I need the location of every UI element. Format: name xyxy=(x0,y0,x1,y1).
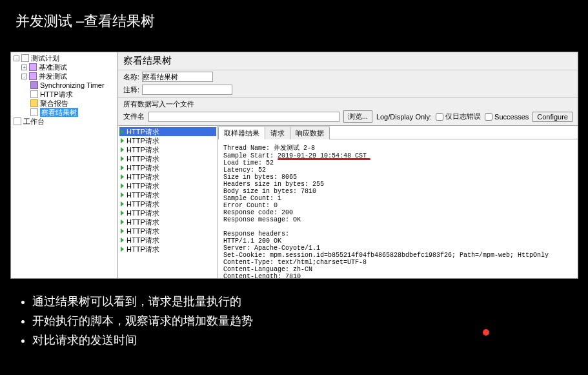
sample-detail: 取样器结果请求响应数据 Thread Name: 并发测试 2-8 Sample… xyxy=(218,126,578,278)
tree-label: 聚合报告 xyxy=(40,99,68,108)
test-plan-tree[interactable]: -测试计划+基准测试-并发测试Synchronizing TimerHTTP请求… xyxy=(11,52,118,278)
sample-label: HTTP请求 xyxy=(127,199,159,208)
tree-node[interactable]: Synchronizing Timer xyxy=(12,81,116,90)
sample-item[interactable]: HTTP请求 xyxy=(119,218,216,227)
bullet-item: 通过结果树可以看到，请求是批量执行的 xyxy=(32,292,253,311)
sample-item[interactable]: HTTP请求 xyxy=(119,163,216,172)
sample-label: HTTP请求 xyxy=(127,236,159,245)
sample-label: HTTP请求 xyxy=(127,190,159,199)
sample-item[interactable]: HTTP请求 xyxy=(119,136,216,145)
write-file-group: 所有数据写入一个文件 xyxy=(118,98,578,109)
success-icon xyxy=(121,129,124,134)
sample-label: HTTP请求 xyxy=(127,172,159,181)
panel-title: 察看结果树 xyxy=(118,52,578,70)
yellow-icon xyxy=(30,99,38,107)
sample-label: HTTP请求 xyxy=(127,136,159,145)
detail-tabs: 取样器结果请求响应数据 xyxy=(218,126,578,139)
sample-item[interactable]: HTTP请求 xyxy=(119,181,216,190)
tree-toggle-icon[interactable]: - xyxy=(21,74,27,79)
sample-label: HTTP请求 xyxy=(127,245,159,254)
sample-start-highlight: 2019-01-29 10:54:48 CST xyxy=(278,152,367,159)
sample-item[interactable]: HTTP请求 xyxy=(119,245,216,254)
success-icon xyxy=(121,219,124,225)
gear-icon xyxy=(29,63,37,71)
sample-label: HTTP请求 xyxy=(127,218,159,227)
success-icon xyxy=(121,156,124,161)
tree-label: Synchronizing Timer xyxy=(40,81,105,90)
success-icon xyxy=(121,210,124,216)
slide-bullets: 通过结果树可以看到，请求是批量执行的开始执行的脚本，观察请求的增加数量趋势对比请… xyxy=(19,292,253,350)
success-icon xyxy=(121,247,124,252)
sample-item[interactable]: HTTP请求 xyxy=(119,227,216,236)
tree-node[interactable]: 工作台 xyxy=(12,117,116,126)
browse-button[interactable]: 浏览... xyxy=(343,110,372,123)
gear-icon xyxy=(29,72,37,80)
bullet-item: 开始执行的脚本，观察请求的增加数量趋势 xyxy=(32,311,253,330)
tree-label: 基准测试 xyxy=(39,63,67,72)
sample-item[interactable]: HTTP请求 xyxy=(119,190,216,199)
bullet-item: 对比请求的发送时间 xyxy=(32,330,253,350)
sample-item[interactable]: HTTP请求 xyxy=(119,236,216,245)
success-icon xyxy=(121,192,124,198)
comment-input[interactable] xyxy=(142,85,232,95)
tree-label: HTTP请求 xyxy=(40,90,73,99)
purple-icon xyxy=(30,81,38,89)
tree-node[interactable]: 聚合报告 xyxy=(12,99,116,108)
sample-item[interactable]: HTTP请求 xyxy=(119,199,216,208)
configure-button[interactable]: Configure xyxy=(532,112,573,122)
tree-label: 并发测试 xyxy=(39,72,67,81)
slide-title: 并发测试 –查看结果树 xyxy=(0,0,588,37)
success-icon xyxy=(121,165,124,170)
sample-label: HTTP请求 xyxy=(127,163,159,172)
tree-label: 测试计划 xyxy=(31,54,59,63)
success-icon xyxy=(121,138,124,143)
sampler-result-text[interactable]: Thread Name: 并发测试 2-8 Sample Start: 2019… xyxy=(218,139,578,278)
tree-node[interactable]: +基准测试 xyxy=(12,63,116,72)
sample-label: HTTP请求 xyxy=(127,127,159,136)
jmeter-window: -测试计划+基准测试-并发测试Synchronizing TimerHTTP请求… xyxy=(10,52,578,279)
success-icon xyxy=(121,147,124,152)
laser-pointer xyxy=(483,329,489,336)
page-icon xyxy=(30,90,38,98)
only-errors-checkbox[interactable]: 仅日志错误 xyxy=(436,112,481,121)
logonly-label: Log/Display Only: xyxy=(376,113,432,121)
comment-label: 注释: xyxy=(123,85,139,95)
successes-checkbox[interactable]: Successes xyxy=(485,113,529,121)
name-label: 名称: xyxy=(123,72,139,82)
tree-node[interactable]: -测试计划 xyxy=(12,54,116,63)
success-icon xyxy=(121,183,124,188)
sample-label: HTTP请求 xyxy=(127,154,159,163)
tree-label: 工作台 xyxy=(23,117,45,126)
success-icon xyxy=(121,238,124,243)
file-label: 文件名 xyxy=(123,112,145,121)
tree-toggle-icon[interactable]: + xyxy=(21,65,27,70)
success-icon xyxy=(121,201,124,207)
result-tree-panel: 察看结果树 名称: 注释: 所有数据写入一个文件 文件名 浏览... Log/D… xyxy=(118,52,578,278)
sample-label: HTTP请求 xyxy=(127,227,159,236)
page-icon xyxy=(30,108,38,116)
detail-tab[interactable]: 取样器结果 xyxy=(218,127,265,139)
file-input[interactable] xyxy=(148,112,340,122)
tree-node[interactable]: HTTP请求 xyxy=(12,90,116,99)
beaker-icon xyxy=(21,54,29,62)
samples-list[interactable]: HTTP请求HTTP请求HTTP请求HTTP请求HTTP请求HTTP请求HTTP… xyxy=(118,126,218,278)
sample-item[interactable]: HTTP请求 xyxy=(119,208,216,218)
tree-node[interactable]: -并发测试 xyxy=(12,72,116,81)
sample-label: HTTP请求 xyxy=(127,145,159,154)
sample-label: HTTP请求 xyxy=(127,208,159,218)
name-input[interactable] xyxy=(142,72,213,82)
success-icon xyxy=(121,174,124,179)
detail-tab[interactable]: 请求 xyxy=(265,127,290,139)
tree-label: 察看结果树 xyxy=(40,108,78,117)
sample-label: HTTP请求 xyxy=(127,181,159,190)
sample-item[interactable]: HTTP请求 xyxy=(119,145,216,154)
tree-toggle-icon[interactable]: - xyxy=(14,56,19,61)
tree-node[interactable]: 察看结果树 xyxy=(12,108,116,117)
sample-item[interactable]: HTTP请求 xyxy=(119,127,216,136)
sample-item[interactable]: HTTP请求 xyxy=(119,172,216,181)
detail-tab[interactable]: 响应数据 xyxy=(290,127,330,139)
table-icon xyxy=(14,117,21,125)
sample-item[interactable]: HTTP请求 xyxy=(119,154,216,163)
success-icon xyxy=(121,228,124,234)
